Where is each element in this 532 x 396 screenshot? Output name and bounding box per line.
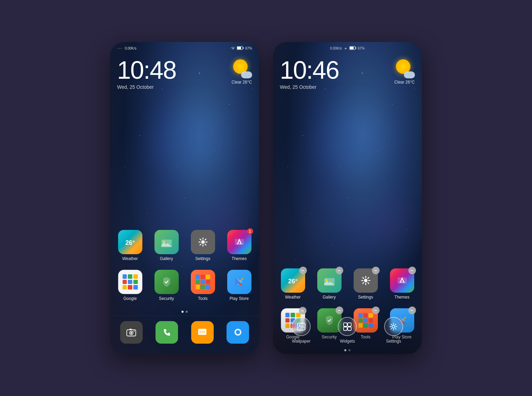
remove-dot-gallery[interactable]: − [336, 267, 343, 274]
clock-left-2: 10:46 Wed, 25 October [280, 58, 339, 90]
p2-app-weather[interactable]: − 26° Weather [278, 268, 308, 300]
clock-time-2: 10:46 [280, 58, 339, 83]
themes-badge: 1 [247, 228, 253, 234]
p2-app-themes[interactable]: − Themes [387, 268, 417, 300]
svg-rect-28 [348, 323, 351, 326]
app-themes[interactable]: 1 Themes [224, 230, 254, 261]
dock-icon-phone [156, 321, 178, 344]
edit-mode-overlay: Wallpaper Widgets [273, 310, 422, 354]
svg-point-5 [201, 240, 205, 244]
app-tools[interactable]: Tools [188, 270, 218, 301]
battery-icon [237, 46, 244, 51]
clock-area-2: 10:46 Wed, 25 October Clear 26°C [273, 52, 422, 93]
app-grid-1-row1: 26° Weather Gallery [110, 223, 259, 268]
svg-point-15 [204, 331, 205, 332]
p2-wifi-icon [343, 46, 348, 51]
edit-settings-icon [384, 317, 403, 336]
weather-widget-1: Clear 26°C [231, 58, 252, 85]
app-icon-security [154, 270, 179, 294]
svg-point-11 [134, 330, 135, 332]
status-signal: ···· 0.00K/s [117, 46, 136, 50]
app-label-security: Security [159, 296, 174, 301]
dock-icon-camera [120, 321, 143, 344]
signal-text: ···· [117, 46, 122, 50]
status-bar-2: 0.00K/s 67% [273, 42, 422, 52]
app-label-google: Google [123, 296, 137, 301]
app-icon-themes: 1 [227, 230, 251, 254]
wallpaper-label: Wallpaper [292, 339, 311, 344]
speed-text: 0.00K/s [125, 46, 136, 50]
app-label-tools: Tools [198, 296, 207, 301]
weather-icon-1 [231, 58, 252, 78]
p2-app-icon-gallery: − [317, 268, 342, 293]
battery-percent: 67% [245, 46, 252, 50]
clock-date-2: Wed, 25 October [280, 84, 339, 90]
remove-dot-settings[interactable]: − [372, 267, 380, 274]
bottom-dock-1 [110, 316, 259, 354]
p2-speed: 0.00K/s [330, 46, 342, 50]
weather-info-2: Clear 26°C [394, 80, 415, 85]
svg-rect-27 [344, 323, 347, 326]
app-weather[interactable]: 26° Weather [115, 230, 145, 261]
app-label-themes: Themes [232, 256, 247, 261]
app-icon-tools [191, 270, 215, 294]
app-grid-1-row2: Google Security [110, 268, 259, 308]
svg-point-14 [202, 331, 203, 332]
p2-app-label-gallery: Gallery [322, 295, 336, 300]
svg-rect-30 [348, 327, 351, 330]
edit-settings-button[interactable]: Settings [384, 317, 403, 344]
p2-app-label-weather: Weather [285, 295, 301, 300]
app-icon-weather: 26° [118, 230, 142, 254]
app-label-settings: Settings [195, 256, 210, 261]
app-label-playstore: Play Store [230, 296, 249, 301]
weather-info-1: Clear 26°C [232, 80, 252, 85]
app-label-weather: Weather [122, 256, 138, 261]
svg-point-17 [236, 330, 240, 334]
app-settings[interactable]: Settings [188, 230, 218, 261]
p2-app-gallery[interactable]: − Gallery [314, 268, 344, 300]
page-dot [186, 311, 188, 313]
clock-date-1: Wed, 25 October [117, 84, 176, 90]
remove-dot-themes[interactable]: − [408, 267, 416, 274]
app-icon-playstore [227, 270, 251, 294]
edit-widgets-button[interactable]: Widgets [338, 317, 357, 344]
app-gallery[interactable]: Gallery [152, 230, 181, 261]
p2-battery-icon [349, 46, 356, 51]
svg-point-31 [392, 325, 395, 328]
edit-wallpaper-button[interactable]: Wallpaper [292, 317, 311, 344]
phone-2: 0.00K/s 67% 10:46 Wed, 25 October [273, 42, 422, 354]
remove-dot-weather[interactable]: − [299, 267, 307, 274]
app-icon-gallery [154, 230, 179, 254]
svg-rect-20 [350, 47, 354, 49]
dock-chat[interactable] [222, 321, 254, 344]
svg-point-22 [326, 279, 328, 281]
app-grid-2-row1: − 26° Weather − Gallery [273, 261, 422, 307]
clock-time-1: 10:48 [117, 58, 176, 83]
widgets-label: Widgets [340, 339, 355, 344]
app-icon-google [118, 270, 142, 294]
p2-app-settings[interactable]: − Settings [351, 268, 380, 300]
app-google[interactable]: Google [115, 270, 145, 301]
wifi-icon [231, 46, 236, 51]
weather-icon-2 [394, 58, 415, 78]
edit-controls: Wallpaper Widgets [278, 317, 417, 344]
status-bar-1: ···· 0.00K/s 67% [110, 42, 259, 52]
dock-phone[interactable] [151, 321, 183, 344]
svg-point-4 [163, 241, 165, 243]
svg-point-23 [364, 279, 367, 282]
wallpaper-icon [292, 317, 311, 336]
edit-settings-label: Settings [386, 339, 401, 344]
phone-1: ···· 0.00K/s 67% 10:48 Wed, 25 O [110, 42, 259, 354]
app-playstore[interactable]: Play Store [224, 270, 254, 301]
svg-point-9 [131, 332, 132, 334]
svg-rect-29 [344, 327, 347, 330]
dock-camera[interactable] [115, 321, 148, 344]
app-icon-settings [191, 230, 215, 254]
p2-app-label-themes: Themes [394, 295, 409, 300]
app-security[interactable]: Security [152, 270, 181, 301]
p2-battery-pct: 67% [358, 46, 365, 50]
svg-rect-2 [237, 47, 241, 49]
clock-left: 10:48 Wed, 25 October [117, 58, 176, 90]
dock-messages[interactable] [186, 321, 219, 344]
status-right: 67% [231, 46, 252, 51]
